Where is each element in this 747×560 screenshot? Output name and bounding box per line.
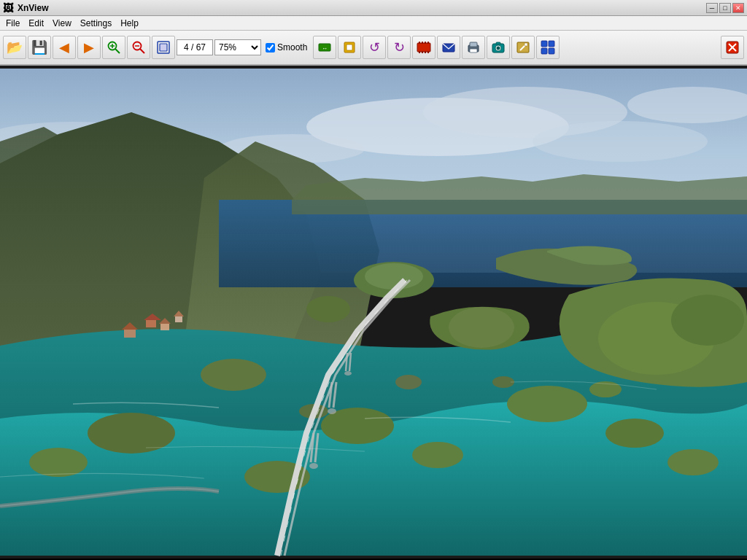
email-button[interactable] bbox=[437, 36, 460, 59]
svg-rect-20 bbox=[425, 51, 426, 53]
menu-file[interactable]: File bbox=[1, 17, 24, 30]
zoom-select[interactable]: 25% 50% 75% 100% 150% 200% bbox=[214, 39, 261, 55]
image-area bbox=[0, 66, 747, 559]
separator-1 bbox=[309, 36, 311, 59]
svg-point-54 bbox=[306, 296, 350, 322]
exit-button[interactable] bbox=[721, 36, 744, 59]
rotate-left-button[interactable]: ↺ bbox=[363, 36, 386, 59]
svg-rect-12 bbox=[347, 44, 352, 50]
smooth-label[interactable]: Smooth bbox=[277, 42, 307, 52]
save-button[interactable]: 💾 bbox=[28, 36, 51, 59]
menu-settings[interactable]: Settings bbox=[76, 17, 116, 30]
menu-bar: File Edit View Settings Help bbox=[0, 16, 747, 31]
svg-point-52 bbox=[671, 295, 744, 346]
crop-button[interactable] bbox=[338, 36, 361, 59]
zoom-in-button[interactable] bbox=[102, 36, 125, 59]
svg-point-59 bbox=[412, 442, 463, 468]
svg-point-43 bbox=[533, 121, 708, 162]
menu-help[interactable]: Help bbox=[116, 17, 143, 30]
title-bar-text: XnView bbox=[18, 3, 48, 13]
svg-rect-79 bbox=[160, 324, 169, 330]
svg-point-76 bbox=[344, 371, 352, 376]
svg-rect-15 bbox=[422, 42, 423, 44]
svg-line-1 bbox=[115, 49, 120, 53]
svg-point-28 bbox=[497, 47, 500, 50]
menu-view[interactable]: View bbox=[48, 17, 76, 30]
svg-rect-29 bbox=[496, 42, 500, 44]
svg-point-73 bbox=[328, 408, 336, 414]
svg-rect-13 bbox=[417, 43, 430, 52]
svg-point-62 bbox=[605, 419, 664, 448]
close-button[interactable]: ✕ bbox=[732, 3, 744, 13]
svg-point-70 bbox=[309, 463, 318, 469]
svg-rect-21 bbox=[427, 51, 429, 53]
title-bar-left: 🖼 XnView bbox=[3, 2, 48, 14]
smooth-checkbox-container: Smooth bbox=[266, 42, 307, 52]
svg-rect-18 bbox=[419, 51, 420, 53]
page-counter[interactable] bbox=[177, 39, 213, 55]
restore-button[interactable]: □ bbox=[719, 3, 731, 13]
rotate-right-button[interactable]: ↻ bbox=[387, 36, 411, 59]
print-button[interactable] bbox=[462, 36, 485, 59]
back-button[interactable]: ◀ bbox=[53, 36, 76, 59]
svg-point-61 bbox=[507, 386, 587, 422]
toolbar: 📂 💾 ◀ ▶ 25% 50% 75% 100% 150% bbox=[0, 31, 747, 66]
svg-point-57 bbox=[29, 448, 88, 477]
svg-rect-16 bbox=[425, 42, 426, 44]
svg-rect-8 bbox=[160, 44, 167, 51]
landscape-image bbox=[0, 66, 747, 559]
svg-point-63 bbox=[667, 449, 719, 475]
filmstrip-button[interactable] bbox=[412, 36, 436, 59]
fit-button[interactable] bbox=[152, 36, 175, 59]
svg-rect-32 bbox=[525, 43, 527, 46]
zoom-out-button[interactable] bbox=[127, 36, 150, 59]
app-icon: 🖼 bbox=[3, 2, 13, 14]
svg-rect-17 bbox=[427, 42, 429, 44]
menu-edit[interactable]: Edit bbox=[24, 17, 48, 30]
svg-rect-24 bbox=[470, 42, 477, 47]
svg-rect-83 bbox=[175, 316, 182, 322]
svg-rect-36 bbox=[549, 48, 554, 54]
svg-rect-77 bbox=[146, 320, 156, 327]
open-button[interactable]: 📂 bbox=[3, 36, 26, 59]
svg-point-53 bbox=[449, 307, 514, 348]
title-bar-controls: ─ □ ✕ bbox=[706, 3, 744, 13]
edit-image-button[interactable] bbox=[511, 36, 535, 59]
svg-line-5 bbox=[140, 49, 144, 53]
svg-point-64 bbox=[395, 375, 422, 389]
svg-rect-33 bbox=[541, 41, 547, 47]
gallery-button[interactable] bbox=[536, 36, 560, 59]
svg-point-55 bbox=[201, 359, 266, 391]
svg-rect-81 bbox=[124, 330, 136, 338]
title-bar: 🖼 XnView ─ □ ✕ bbox=[0, 0, 747, 16]
capture-button[interactable] bbox=[487, 36, 510, 59]
svg-rect-34 bbox=[549, 41, 554, 47]
svg-rect-14 bbox=[419, 42, 420, 44]
svg-rect-35 bbox=[541, 48, 547, 54]
forward-button[interactable]: ▶ bbox=[77, 36, 101, 59]
svg-point-50 bbox=[365, 263, 423, 289]
resize-button[interactable]: ↔ bbox=[313, 36, 336, 59]
svg-rect-25 bbox=[470, 49, 477, 52]
minimize-button[interactable]: ─ bbox=[706, 3, 718, 13]
svg-rect-19 bbox=[422, 51, 423, 53]
smooth-checkbox-input[interactable] bbox=[266, 43, 275, 52]
svg-text:↔: ↔ bbox=[322, 45, 328, 52]
